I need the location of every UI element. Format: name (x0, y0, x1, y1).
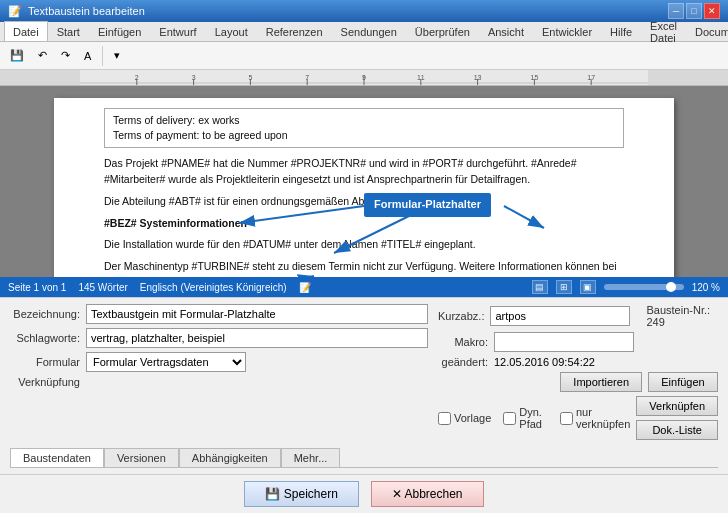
save-icon: 💾 (265, 487, 280, 501)
callout-formular-platzhalter: Formular-Platzhalter (364, 193, 491, 217)
status-bar: Seite 1 von 1 145 Wörter Englisch (Verei… (0, 277, 728, 297)
doc-paragraph1: Das Projekt #PNAME# hat die Nummer #PROJ… (104, 156, 624, 188)
document-page: Terms of delivery: ex works Terms of pay… (54, 98, 674, 277)
tab-baustendaten[interactable]: Baustendaten (10, 448, 104, 467)
tab-start[interactable]: Start (48, 21, 89, 41)
tab-datei[interactable]: Datei (4, 21, 48, 41)
kurzabz-input[interactable] (490, 306, 630, 326)
svg-text:13: 13 (474, 74, 482, 81)
title-bar: 📝 Textbaustein bearbeiten ─ □ ✕ (0, 0, 728, 22)
undo-btn[interactable]: ↶ (32, 46, 53, 65)
table-line1: Terms of delivery: ex works (113, 113, 615, 128)
vorlage-label: Vorlage (454, 412, 491, 424)
tab-excel[interactable]: Excel Datei (641, 21, 686, 41)
app-icon: 📝 (8, 5, 22, 18)
tab-ueberpruefen[interactable]: Überprüfen (406, 21, 479, 41)
svg-text:3: 3 (192, 74, 196, 81)
makro-input[interactable] (494, 332, 634, 352)
tab-layout[interactable]: Layout (206, 21, 257, 41)
zoom-slider[interactable] (604, 284, 684, 290)
svg-text:15: 15 (531, 74, 539, 81)
makro-label: Makro: (438, 336, 488, 348)
svg-text:11: 11 (417, 74, 425, 81)
doc-paragraph3: #BEZ# Systeminformationen (104, 216, 624, 232)
track-icon: 📝 (299, 282, 311, 293)
bezeichnung-label: Bezeichnung: (10, 308, 80, 320)
nur-verknuepfen-label: nur verknüpfen (576, 406, 630, 430)
tab-entwickler[interactable]: Entwickler (533, 21, 601, 41)
verknuepfen-button[interactable]: Verknüpfen (636, 396, 718, 416)
formular-select[interactable]: Formular Vertragsdaten (86, 352, 246, 372)
tab-referenzen[interactable]: Referenzen (257, 21, 332, 41)
einfuegen-button[interactable]: Einfügen (648, 372, 718, 392)
view-normal-btn[interactable]: ▤ (532, 280, 548, 294)
language: Englisch (Vereinigtes Königreich) (140, 282, 287, 293)
bottom-buttons: 💾 Speichern ✕ Abbrechen (0, 474, 728, 513)
svg-text:7: 7 (305, 74, 309, 81)
svg-text:17: 17 (587, 74, 595, 81)
ruler: 2 3 5 7 9 11 13 15 17 (80, 71, 648, 85)
dok-liste-button[interactable]: Dok.-Liste (636, 420, 718, 440)
redo-btn[interactable]: ↷ (55, 46, 76, 65)
tab-einfuegen[interactable]: Einfügen (89, 21, 150, 41)
bezeichnung-input[interactable] (86, 304, 428, 324)
importieren-button[interactable]: Importieren (560, 372, 642, 392)
maximize-button[interactable]: □ (686, 3, 702, 19)
svg-text:9: 9 (362, 74, 366, 81)
form-area: Bezeichnung: Schlagworte: Formular Formu… (0, 297, 728, 474)
vorlage-checkbox[interactable] (438, 412, 451, 425)
dyn-pfad-checkbox[interactable] (503, 412, 516, 425)
document-area: 2 3 5 7 9 11 13 15 17 Terms of delivery:… (0, 70, 728, 277)
tab-versionen[interactable]: Versionen (104, 448, 179, 467)
tab-abhaengigkeiten[interactable]: Abhängigkeiten (179, 448, 281, 467)
svg-text:2: 2 (135, 74, 139, 81)
abbrechen-button[interactable]: ✕ Abbrechen (371, 481, 484, 507)
verknuepfung-label: Verknüpfung (10, 376, 80, 388)
doc-paragraph5: Der Maschinentyp #TURBINE# steht zu dies… (104, 259, 624, 277)
view-print-btn[interactable]: ▣ (580, 280, 596, 294)
geaendert-label: geändert: (438, 356, 488, 368)
table-line2: Terms of payment: to be agreed upon (113, 128, 615, 143)
tab-sendungen[interactable]: Sendungen (332, 21, 406, 41)
nur-verknuepfen-checkbox[interactable] (560, 412, 573, 425)
formular-label: Formular (10, 356, 80, 368)
view-web-btn[interactable]: ⊞ (556, 280, 572, 294)
quick-access-toolbar: 💾 ↶ ↷ A ▾ (0, 42, 728, 70)
schlagworte-label: Schlagworte: (10, 332, 80, 344)
svg-text:5: 5 (248, 74, 252, 81)
geaendert-value: 12.05.2016 09:54:22 (494, 356, 595, 368)
format-btn[interactable]: A (78, 47, 97, 65)
doc-paragraph4: Die Installation wurde für den #DATUM# u… (104, 237, 624, 253)
more-btn[interactable]: ▾ (108, 46, 126, 65)
minimize-button[interactable]: ─ (668, 3, 684, 19)
baustein-nr: Baustein-Nr.: 249 (646, 304, 718, 328)
tab-document[interactable]: Document- (686, 21, 728, 41)
doc-table: Terms of delivery: ex works Terms of pay… (104, 108, 624, 148)
schlagworte-input[interactable] (86, 328, 428, 348)
dyn-pfad-label: Dyn. Pfad (519, 406, 548, 430)
save-quick-btn[interactable]: 💾 (4, 46, 30, 65)
form-tabs: Baustendaten Versionen Abhängigkeiten Me… (10, 448, 718, 468)
tab-mehr[interactable]: Mehr... (281, 448, 341, 467)
zoom-level: 120 % (692, 282, 720, 293)
title-bar-text: Textbaustein bearbeiten (28, 5, 145, 17)
speichern-button[interactable]: 💾 Speichern (244, 481, 358, 507)
tab-entwurf[interactable]: Entwurf (150, 21, 205, 41)
tab-ansicht[interactable]: Ansicht (479, 21, 533, 41)
abbrechen-label: Abbrechen (405, 487, 463, 501)
word-count: 145 Wörter (78, 282, 127, 293)
close-button[interactable]: ✕ (704, 3, 720, 19)
checkboxes-row: Vorlage Dyn. Pfad nur verknüpfen (438, 406, 630, 430)
tab-hilfe[interactable]: Hilfe (601, 21, 641, 41)
page-count: Seite 1 von 1 (8, 282, 66, 293)
kurzabz-label: Kurzabz.: (438, 310, 484, 322)
cancel-icon: ✕ (392, 487, 402, 501)
speichern-label: Speichern (284, 487, 338, 501)
